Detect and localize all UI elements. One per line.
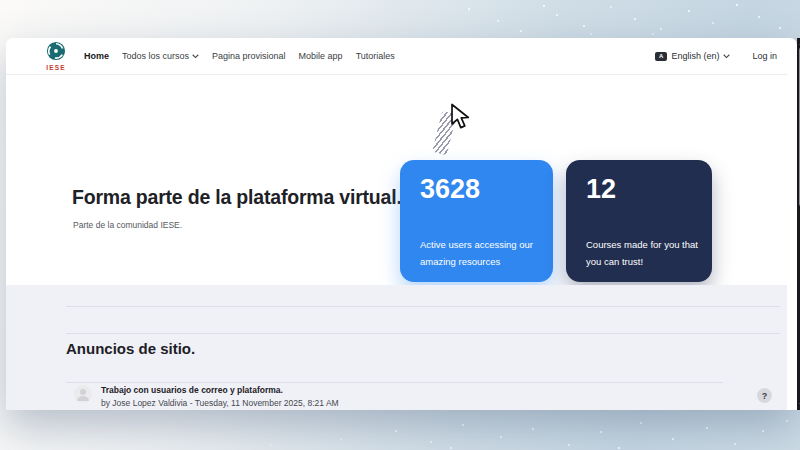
divider [66, 333, 780, 334]
language-selector[interactable]: A English (en) [655, 51, 730, 61]
announcements-section: Anuncios de sitio. Trabajo con usuarios … [6, 285, 787, 410]
hero-title: Forma parte de la plataforma virtual. [72, 186, 402, 209]
stat-card-active-users: 3628 Active users accessing our amazing … [400, 160, 553, 282]
chevron-down-icon [723, 51, 730, 61]
nav-item-home-label: Home [84, 51, 109, 61]
nav-item-todos-los-cursos[interactable]: Todos los cursos [122, 51, 199, 61]
iese-logo-text: IESE [46, 64, 66, 71]
navbar-right: A English (en) Log in [655, 51, 787, 61]
stat-caption-courses: Courses made for you that you can trust! [586, 236, 698, 270]
nav-item-mobile-label: Mobile app [299, 51, 343, 61]
language-icon: A [655, 52, 667, 61]
stat-card-courses: 12 Courses made for you that you can tru… [566, 160, 712, 282]
nav-menu: Home Todos los cursos Pagina provisional… [84, 51, 395, 61]
nav-item-mobile-app[interactable]: Mobile app [299, 51, 343, 61]
nav-item-home[interactable]: Home [84, 51, 109, 61]
announcement-title-link[interactable]: Trabajo con usuarios de correo y platafo… [101, 385, 339, 395]
nav-item-pagina-label: Pagina provisional [212, 51, 286, 61]
announcements-title: Anuncios de sitio. [66, 340, 195, 357]
announcement-text: Trabajo con usuarios de correo y platafo… [101, 385, 339, 408]
hero-section: Forma parte de la plataforma virtual. Pa… [6, 76, 787, 285]
divider [66, 382, 723, 383]
stat-value-users: 3628 [420, 176, 533, 203]
top-navbar: IESE Home Todos los cursos Pagina provis… [6, 38, 787, 75]
nav-item-pagina-provisional[interactable]: Pagina provisional [212, 51, 286, 61]
nav-item-courses-label: Todos los cursos [122, 51, 189, 61]
background-dots [0, 0, 2, 2]
mouse-cursor-icon [449, 103, 473, 135]
nav-item-tutoriales[interactable]: Tutoriales [356, 51, 395, 61]
help-button[interactable]: ? [757, 388, 772, 403]
stat-value-courses: 12 [586, 176, 692, 203]
iese-logo[interactable]: IESE [46, 41, 66, 71]
hero-subtitle: Parte de la comunidad IESE. [73, 220, 182, 230]
chevron-down-icon [192, 51, 199, 61]
login-link[interactable]: Log in [752, 51, 777, 61]
language-label: English (en) [671, 51, 719, 61]
browser-page: IESE Home Todos los cursos Pagina provis… [6, 38, 797, 410]
divider [66, 306, 780, 307]
stat-caption-users: Active users accessing our amazing resou… [420, 236, 538, 270]
nav-item-tutoriales-label: Tutoriales [356, 51, 395, 61]
announcement-byline: by Jose Lopez Valdivia - Tuesday, 11 Nov… [101, 398, 339, 408]
user-avatar [74, 385, 92, 403]
announcement-row: Trabajo con usuarios de correo y platafo… [74, 385, 339, 408]
iese-logo-icon [46, 41, 66, 65]
